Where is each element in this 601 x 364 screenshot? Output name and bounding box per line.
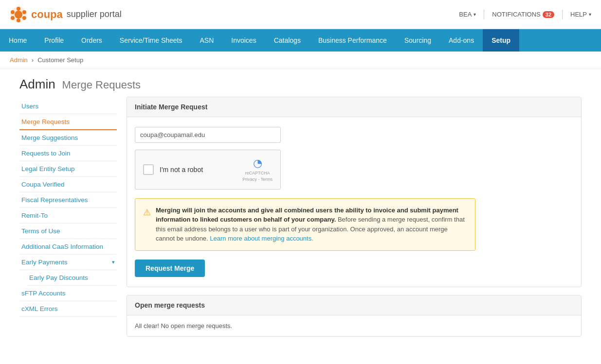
warning-learn-more-link[interactable]: Learn more about merging accounts. bbox=[210, 235, 313, 242]
chevron-down-icon: ▾ bbox=[474, 12, 476, 17]
svg-point-1 bbox=[15, 11, 22, 18]
sidebar-item-early-pay-discounts[interactable]: Early Pay Discounts bbox=[27, 270, 117, 286]
sidebar: Users Merge Requests Merge Suggestions R… bbox=[19, 97, 117, 345]
breadcrumb-admin[interactable]: Admin bbox=[10, 56, 28, 64]
nav-service-time-sheets[interactable]: Service/Time Sheets bbox=[111, 29, 191, 52]
breadcrumb-separator: › bbox=[32, 56, 34, 64]
initiate-merge-panel-title: Initiate Merge Request bbox=[135, 103, 207, 111]
help-label: HELP bbox=[570, 11, 587, 18]
sidebar-item-merge-suggestions[interactable]: Merge Suggestions bbox=[19, 130, 117, 146]
svg-point-3 bbox=[22, 10, 26, 14]
sidebar-item-legal-entity-setup[interactable]: Legal Entity Setup bbox=[19, 161, 117, 177]
coupa-logo-icon bbox=[10, 6, 27, 23]
recaptcha-label: I'm not a robot bbox=[160, 166, 203, 173]
svg-point-5 bbox=[17, 18, 20, 22]
sidebar-item-sftp-accounts[interactable]: sFTP Accounts bbox=[19, 286, 117, 301]
nav-home[interactable]: Home bbox=[0, 29, 36, 52]
open-merge-requests-title: Open merge requests bbox=[135, 301, 205, 309]
chevron-down-icon-early: ▾ bbox=[112, 259, 115, 265]
top-right-nav: BEA ▾ NOTIFICATIONS 32 HELP ▾ bbox=[459, 10, 591, 19]
user-label: BEA bbox=[459, 11, 472, 18]
logo-text: coupa bbox=[31, 8, 63, 21]
merge-warning-box: ⚠ Merging will join the accounts and giv… bbox=[135, 198, 475, 251]
notifications-button[interactable]: NOTIFICATIONS 32 bbox=[492, 11, 554, 18]
sidebar-item-remit-to[interactable]: Remit-To bbox=[19, 208, 117, 224]
request-merge-button[interactable]: Request Merge bbox=[135, 260, 205, 277]
portal-text: supplier portal bbox=[67, 9, 122, 19]
recaptcha-subtext: Privacy - Terms bbox=[242, 177, 273, 182]
svg-point-2 bbox=[17, 7, 20, 11]
sidebar-item-coupa-verified[interactable]: Coupa Verified bbox=[19, 177, 117, 192]
divider bbox=[484, 10, 484, 19]
recaptcha-right: ◔ reCAPTCHA Privacy - Terms bbox=[242, 157, 273, 182]
recaptcha-left: I'm not a robot bbox=[143, 164, 203, 175]
nav-profile[interactable]: Profile bbox=[36, 29, 73, 52]
sidebar-item-merge-requests[interactable]: Merge Requests bbox=[19, 114, 117, 130]
sidebar-item-fiscal-representatives[interactable]: Fiscal Representatives bbox=[19, 192, 117, 208]
svg-point-4 bbox=[22, 16, 26, 20]
notifications-label: NOTIFICATIONS bbox=[492, 11, 540, 18]
top-bar: coupa supplier portal BEA ▾ NOTIFICATION… bbox=[0, 0, 601, 29]
sidebar-item-cxml-errors[interactable]: cXML Errors bbox=[19, 301, 117, 317]
user-menu[interactable]: BEA ▾ bbox=[459, 11, 476, 18]
svg-point-6 bbox=[11, 16, 15, 20]
merge-warning-text: Merging will join the accounts and give … bbox=[156, 206, 467, 243]
main-layout: Users Merge Requests Merge Suggestions R… bbox=[0, 97, 601, 345]
nav-invoices[interactable]: Invoices bbox=[222, 29, 265, 52]
nav-sourcing[interactable]: Sourcing bbox=[396, 29, 440, 52]
nav-setup[interactable]: Setup bbox=[483, 29, 519, 52]
recaptcha-widget[interactable]: I'm not a robot ◔ reCAPTCHA Privacy - Te… bbox=[135, 150, 281, 190]
main-nav: Home Profile Orders Service/Time Sheets … bbox=[0, 29, 601, 52]
recaptcha-branding-text: reCAPTCHA bbox=[245, 171, 270, 176]
sidebar-item-early-payments[interactable]: Early Payments ▾ bbox=[19, 255, 117, 270]
page-subtitle: Merge Requests bbox=[62, 79, 141, 91]
svg-point-7 bbox=[11, 10, 15, 14]
recaptcha-checkbox[interactable] bbox=[143, 164, 154, 175]
nav-add-ons[interactable]: Add-ons bbox=[440, 29, 483, 52]
notifications-badge: 32 bbox=[543, 11, 554, 18]
initiate-merge-panel: Initiate Merge Request I'm not a robot ◔… bbox=[127, 97, 582, 287]
recaptcha-logo-icon: ◔ bbox=[253, 157, 262, 170]
open-merge-requests-empty: All clear! No open merge requests. bbox=[127, 315, 581, 336]
open-merge-requests-panel: Open merge requests All clear! No open m… bbox=[127, 295, 582, 337]
nav-asn[interactable]: ASN bbox=[191, 29, 222, 52]
initiate-merge-panel-header: Initiate Merge Request bbox=[127, 97, 581, 117]
chevron-down-icon-help: ▾ bbox=[589, 12, 591, 17]
divider2 bbox=[562, 10, 563, 19]
sidebar-item-terms-of-use[interactable]: Terms of Use bbox=[19, 224, 117, 239]
logo: coupa supplier portal bbox=[10, 6, 122, 23]
help-menu[interactable]: HELP ▾ bbox=[570, 11, 591, 18]
sidebar-item-users[interactable]: Users bbox=[19, 99, 117, 114]
initiate-merge-panel-body: I'm not a robot ◔ reCAPTCHA Privacy - Te… bbox=[127, 117, 581, 287]
open-merge-requests-header: Open merge requests bbox=[127, 295, 581, 315]
sidebar-item-additional-caas[interactable]: Additional CaaS Information bbox=[19, 239, 117, 255]
page-title: Admin bbox=[19, 77, 55, 91]
content-area: Initiate Merge Request I'm not a robot ◔… bbox=[127, 97, 582, 345]
page-title-area: Admin Merge Requests bbox=[0, 69, 601, 97]
sidebar-sub-early: Early Pay Discounts bbox=[19, 270, 117, 286]
sidebar-item-requests-to-join[interactable]: Requests to Join bbox=[19, 146, 117, 161]
nav-business-performance[interactable]: Business Performance bbox=[310, 29, 396, 52]
warning-icon: ⚠ bbox=[143, 206, 151, 243]
breadcrumb-customer-setup: Customer Setup bbox=[37, 56, 83, 64]
sidebar-item-early-payments-label: Early Payments bbox=[21, 259, 68, 266]
nav-catalogs[interactable]: Catalogs bbox=[265, 29, 310, 52]
nav-orders[interactable]: Orders bbox=[73, 29, 111, 52]
breadcrumb: Admin › Customer Setup bbox=[0, 52, 601, 69]
merge-email-input[interactable] bbox=[135, 127, 281, 143]
